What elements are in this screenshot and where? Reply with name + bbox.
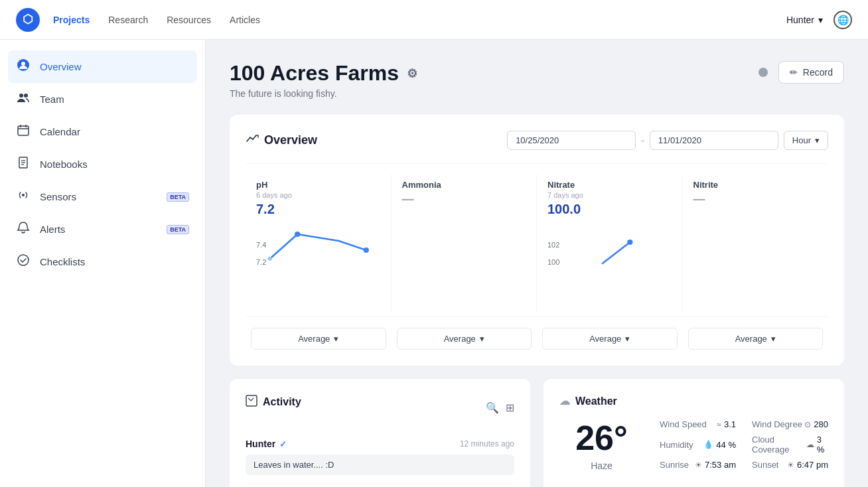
weather-content: 26° Haze Wind Speed ≈ 3.1 Wind Degree [559,418,828,471]
svg-rect-20 [246,395,257,406]
avg-ph-button[interactable]: Average ▾ [251,328,386,350]
page-title: 100 Acres Farms ⚙ [230,61,759,86]
globe-icon[interactable]: 🌐 [833,11,852,29]
sidebar-item-team[interactable]: Team [0,83,205,115]
page-header-right: ✏ Record [759,61,844,84]
nitrate-value: 100.0 [547,202,672,217]
nav-articles[interactable]: Articles [230,15,260,25]
record-button[interactable]: ✏ Record [778,61,844,84]
weather-humidity: Humidity 💧 44 % [660,433,736,456]
weather-main: 26° Haze [559,418,644,471]
date-separator: - [641,135,644,146]
cloud-coverage-value: ☁ 3 % [806,435,828,454]
avg-ammonia-button[interactable]: Average ▾ [397,328,532,350]
alerts-icon [16,221,31,238]
status-dot [759,68,768,77]
nav-right: Hunter ▾ 🌐 [786,11,852,29]
sidebar-label-checklists: Checklists [40,256,85,267]
team-icon [16,91,31,107]
chart-icon [246,132,259,149]
sidebar-item-checklists[interactable]: Checklists [0,245,205,278]
svg-point-19 [627,240,632,245]
cloud-small-icon: ☁ [806,440,814,449]
sensors-beta-badge: BETA [167,192,189,202]
date-controls: - Hour ▾ [507,131,828,150]
bottom-grid: Activity 🔍 ⊞ Hunter ✓ 12 minutes ago [230,379,844,487]
sidebar-label-team: Team [40,94,64,105]
avg-nitrite-button[interactable]: Average ▾ [688,328,824,350]
metric-ammonia: Ammonia — [392,174,538,311]
nav-links: Projects Research Resources Articles [53,15,786,25]
sidebar-label-alerts: Alerts [40,224,65,235]
svg-point-5 [24,94,28,98]
wind-degree-label: Wind Degree [752,419,802,429]
nitrite-chart [693,212,818,265]
svg-point-16 [295,232,300,237]
sidebar-item-sensors[interactable]: Sensors BETA [0,180,205,213]
sunrise-icon: ☀ [695,460,702,470]
nitrate-label: Nitrate [547,180,672,190]
weather-cloud-coverage: Cloud Coverage ☁ 3 % [752,433,828,456]
page-subtitle: The future is looking fishy. [230,88,759,99]
svg-point-17 [364,247,369,253]
sidebar-item-overview[interactable]: Overview [8,50,197,83]
nitrite-label: Nitrite [693,180,818,190]
weather-sunset: Sunset ☀ 6:47 pm [752,458,828,471]
sidebar-label-notebooks: Notebooks [40,159,88,170]
layout-icon[interactable]: ⊞ [506,401,514,414]
nitrate-chart [547,222,672,275]
pencil-icon: ✏ [790,67,798,78]
top-navigation: ⬡ Projects Research Resources Articles H… [0,0,868,40]
app-logo[interactable]: ⬡ [16,8,40,32]
sensors-icon [16,188,31,205]
app-layout: Overview Team Calendar Notebooks Sensors [0,40,868,487]
activity-user-0: Hunter ✓ [246,439,287,449]
weather-card: ☁ Weather 26° Haze Wind Speed ≈ 3.1 [543,379,844,487]
weather-wind-speed: Wind Speed ≈ 3.1 [660,418,736,431]
alerts-beta-badge: BETA [167,225,189,234]
sunset-icon: ☀ [787,460,794,470]
settings-icon[interactable]: ⚙ [407,66,417,81]
check-icon: ✓ [279,439,287,449]
sunset-value: ☀ 6:47 pm [787,460,828,470]
sidebar-item-calendar[interactable]: Calendar [0,115,205,148]
page-header: 100 Acres Farms ⚙ The future is looking … [230,61,844,99]
chevron-down-icon: ▾ [771,334,776,344]
avg-nitrate-button[interactable]: Average ▾ [542,328,678,350]
nitrite-value: — [693,192,818,206]
ph-value: 7.2 [256,202,380,217]
user-name: Hunter [786,15,814,25]
nav-research[interactable]: Research [108,15,148,25]
sidebar-item-alerts[interactable]: Alerts BETA [0,213,205,245]
sidebar-item-notebooks[interactable]: Notebooks [0,148,205,180]
sidebar-label-sensors: Sensors [40,191,76,202]
svg-rect-6 [18,126,29,135]
ammonia-chart [402,212,526,265]
activity-card: Activity 🔍 ⊞ Hunter ✓ 12 minutes ago [230,379,530,487]
checklists-icon [16,253,31,270]
humidity-label: Humidity [660,440,693,450]
weather-sunrise: Sunrise ☀ 7:53 am [660,458,736,471]
activity-time-0: 12 minutes ago [460,439,514,449]
period-select[interactable]: Hour ▾ [784,131,828,150]
date-end-input[interactable] [650,131,778,150]
weather-title: ☁ Weather [559,395,828,407]
nav-projects[interactable]: Projects [53,15,90,25]
ammonia-value: — [402,192,526,206]
overview-icon [16,58,31,75]
metric-nitrate: Nitrate 7 days ago 100.0 102 100 [537,174,683,311]
sunrise-label: Sunrise [660,460,689,470]
svg-point-15 [18,255,29,265]
wind-speed-value: ≈ 3.1 [717,419,736,429]
metric-ph: pH 6 days ago 7.2 7.4 7.2 [246,174,392,311]
activity-user-row-0: Hunter ✓ 12 minutes ago [246,439,514,449]
user-menu[interactable]: Hunter ▾ [786,15,823,25]
date-start-input[interactable] [507,131,636,150]
chevron-down-icon: ▾ [818,15,823,25]
search-icon[interactable]: 🔍 [486,401,499,414]
nav-resources[interactable]: Resources [167,15,211,25]
page-header-left: 100 Acres Farms ⚙ The future is looking … [230,61,759,99]
svg-point-14 [22,194,25,196]
weather-temperature: 26° [575,418,628,458]
metric-nitrite: Nitrite — [683,174,829,311]
